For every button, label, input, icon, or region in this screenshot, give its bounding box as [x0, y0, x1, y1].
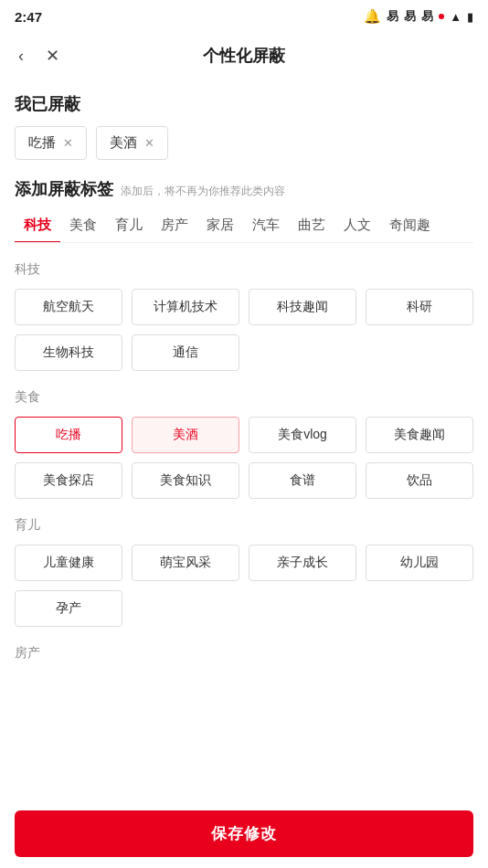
tag-keyan[interactable]: 科研	[366, 289, 473, 325]
meishi-tags: 吃播 美酒 美食vlog 美食趣闻 美食探店 美食知识 食谱 饮品	[15, 417, 473, 499]
yuer-tags: 儿童健康 萌宝风采 亲子成长 幼儿园 孕产	[15, 545, 473, 627]
blocked-section-title: 我已屏蔽	[15, 93, 473, 115]
status-icons: 🔔 易 易 易 ▲ ▮	[364, 8, 473, 25]
notification-dot	[439, 14, 444, 19]
close-button[interactable]: ✕	[42, 42, 63, 69]
remove-chibao-icon[interactable]: ✕	[63, 136, 73, 150]
tab-renwen[interactable]: 人文	[334, 209, 380, 243]
tab-qiwen[interactable]: 奇闻趣	[380, 209, 440, 243]
battery-icon: ▮	[467, 10, 473, 24]
tab-qiche[interactable]: 汽车	[243, 209, 289, 243]
blocked-tag-chibao[interactable]: 吃播 ✕	[15, 126, 87, 160]
tab-fangchan[interactable]: 房产	[152, 209, 197, 243]
tag-shengwu[interactable]: 生物科技	[15, 334, 122, 371]
tag-yinpin[interactable]: 饮品	[366, 462, 473, 499]
fangchan-title: 房产	[15, 645, 473, 662]
tag-hangkonghantian[interactable]: 航空航天	[15, 289, 122, 325]
tag-shipu[interactable]: 食谱	[249, 462, 356, 499]
add-section-subtitle: 添加后，将不再为你推荐此类内容	[121, 184, 285, 199]
header: ‹ ✕ 个性化屏蔽	[0, 33, 488, 79]
app-icon-2: 易	[404, 8, 416, 25]
save-button[interactable]: 保存修改	[15, 810, 473, 857]
tag-mengbao[interactable]: 萌宝风采	[132, 545, 239, 581]
main-content: 我已屏蔽 吃播 ✕ 美酒 ✕ 添加屏蔽标签 添加后，将不再为你推荐此类内容 科技…	[0, 93, 488, 764]
tab-jiaju[interactable]: 家居	[197, 209, 243, 243]
tag-chibao[interactable]: 吃播	[15, 417, 122, 453]
category-tabs: 科技 美食 育儿 房产 家居 汽车 曲艺 人文 奇闻趣	[15, 209, 473, 243]
keji-title: 科技	[15, 261, 473, 278]
add-section-header: 添加屏蔽标签 添加后，将不再为你推荐此类内容	[15, 178, 473, 200]
category-keji: 科技 航空航天 计算机技术 科技趣闻 科研 生物科技 通信	[15, 261, 473, 371]
add-section-title: 添加屏蔽标签	[15, 178, 113, 200]
category-meishi: 美食 吃播 美酒 美食vlog 美食趣闻 美食探店 美食知识 食谱 饮品	[15, 389, 473, 499]
tag-yunchan[interactable]: 孕产	[15, 590, 122, 627]
tag-ertong-jiankang[interactable]: 儿童健康	[15, 545, 122, 581]
status-time: 2:47	[15, 9, 42, 25]
remove-meijiu-icon[interactable]: ✕	[144, 136, 154, 150]
page-title: 个性化屏蔽	[203, 45, 285, 67]
blocked-tag-meijiu[interactable]: 美酒 ✕	[96, 126, 168, 160]
tag-meishi-tanden[interactable]: 美食探店	[15, 462, 122, 499]
header-nav: ‹ ✕	[15, 42, 63, 69]
app-icon-3: 易	[421, 8, 433, 25]
tag-meishi-qiwen[interactable]: 美食趣闻	[366, 417, 473, 453]
tag-meishi-vlog[interactable]: 美食vlog	[249, 417, 356, 453]
tab-yuer[interactable]: 育儿	[106, 209, 152, 243]
category-fangchan: 房产	[15, 645, 473, 662]
status-bar: 2:47 🔔 易 易 易 ▲ ▮	[0, 0, 488, 33]
tag-tongxin[interactable]: 通信	[132, 334, 239, 371]
tag-meijiu[interactable]: 美酒	[132, 417, 239, 453]
save-button-wrap: 保存修改	[0, 799, 488, 868]
tag-youeryuan[interactable]: 幼儿园	[366, 545, 473, 581]
wifi-icon: ▲	[450, 10, 461, 24]
app-icon-1: 易	[387, 8, 398, 25]
tag-qinzi[interactable]: 亲子成长	[249, 545, 356, 581]
tab-meishi[interactable]: 美食	[60, 209, 106, 243]
tab-keji[interactable]: 科技	[15, 209, 60, 243]
blocked-tag-label: 吃播	[28, 134, 56, 152]
tag-meishi-zhishi[interactable]: 美食知识	[132, 462, 239, 499]
tag-kejiqu[interactable]: 科技趣闻	[249, 289, 356, 325]
blocked-tags-list: 吃播 ✕ 美酒 ✕	[15, 126, 473, 160]
tag-jisuanji[interactable]: 计算机技术	[132, 289, 239, 325]
meishi-title: 美食	[15, 389, 473, 406]
back-button[interactable]: ‹	[15, 43, 27, 69]
bell-icon: 🔔	[364, 8, 381, 25]
yuer-title: 育儿	[15, 517, 473, 534]
blocked-tag-label: 美酒	[110, 134, 137, 152]
keji-tags: 航空航天 计算机技术 科技趣闻 科研 生物科技 通信	[15, 289, 473, 371]
tab-quyi[interactable]: 曲艺	[289, 209, 334, 243]
category-yuer: 育儿 儿童健康 萌宝风采 亲子成长 幼儿园 孕产	[15, 517, 473, 627]
